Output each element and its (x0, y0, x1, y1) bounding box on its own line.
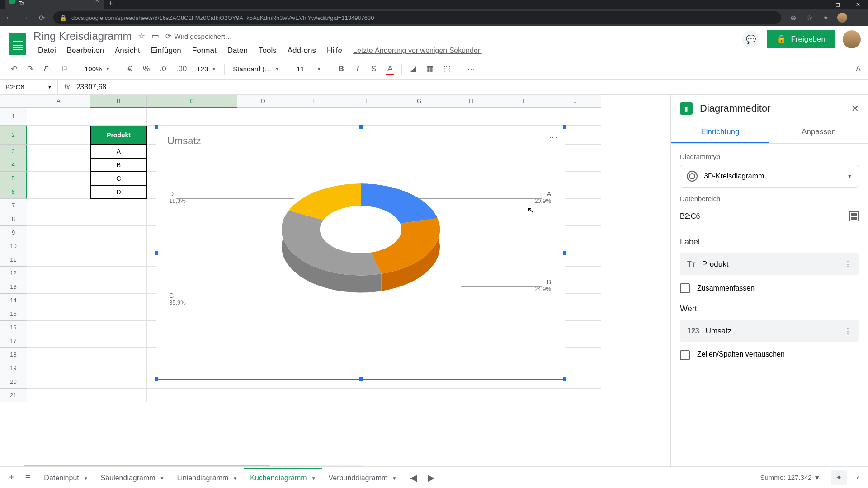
embedded-chart[interactable]: ⋮ Umsatz A20,9% B24,9% C35,9% D18,3% (156, 127, 565, 380)
all-sheets-button[interactable]: ≡ (22, 469, 34, 486)
cell[interactable] (289, 389, 341, 402)
cell[interactable] (445, 389, 497, 402)
cell[interactable] (90, 239, 147, 253)
cell[interactable] (27, 294, 90, 307)
cell[interactable] (27, 239, 90, 253)
cell[interactable] (27, 226, 90, 239)
cell[interactable] (27, 172, 90, 185)
close-tab-icon[interactable]: ✕ (95, 0, 99, 4)
row-header[interactable]: 20 (0, 375, 27, 389)
cell[interactable] (27, 185, 90, 199)
data-range-input[interactable] (680, 212, 849, 221)
cell[interactable] (27, 375, 90, 389)
bookmark-icon[interactable]: ☆ (805, 14, 814, 22)
resize-handle[interactable] (359, 377, 363, 381)
browser-menu-icon[interactable]: ⋮ (854, 14, 863, 22)
profile-icon[interactable] (837, 13, 847, 23)
menu-format[interactable]: Format (188, 45, 221, 56)
resize-handle[interactable] (155, 125, 158, 129)
row-header[interactable]: 4 (0, 158, 27, 172)
account-avatar[interactable] (843, 30, 861, 48)
resize-handle[interactable] (563, 125, 566, 129)
add-sheet-button[interactable]: + (5, 469, 18, 486)
cell[interactable] (289, 108, 341, 126)
extensions-icon[interactable]: ✦ (821, 14, 830, 22)
cell[interactable]: A (90, 145, 147, 158)
side-panel-toggle[interactable]: ‹ (853, 470, 863, 485)
cell[interactable] (341, 108, 393, 126)
row-header[interactable]: 16 (0, 321, 27, 334)
column-header[interactable]: F (341, 95, 393, 108)
more-icon[interactable]: ⋮ (844, 326, 852, 336)
cell[interactable] (90, 321, 147, 334)
minimize-window[interactable]: — (807, 0, 827, 9)
menu-addons[interactable]: Add-ons (283, 45, 321, 56)
cell[interactable]: Produkt (90, 126, 147, 145)
cell[interactable] (27, 334, 90, 348)
cell[interactable] (27, 280, 90, 294)
print-button[interactable]: 🖶 (40, 62, 55, 76)
cell[interactable] (497, 389, 549, 402)
cell[interactable] (27, 321, 90, 334)
column-header[interactable]: J (549, 95, 601, 108)
column-header[interactable]: I (497, 95, 549, 108)
number-format-select[interactable]: 123▼ (193, 63, 220, 75)
checkbox[interactable] (680, 283, 690, 293)
row-header[interactable]: 12 (0, 267, 27, 280)
fill-color-button[interactable]: ◢ (406, 61, 420, 76)
increase-decimal-button[interactable]: .00 (173, 62, 191, 76)
forward-icon[interactable]: → (21, 14, 30, 22)
zoom-select[interactable]: 100%▼ (81, 63, 113, 75)
row-header[interactable]: 1 (0, 108, 27, 126)
cell[interactable] (27, 145, 90, 158)
spreadsheet-grid[interactable]: ABCDEFGHIJ 12345678910111213141516171819… (0, 95, 670, 466)
borders-button[interactable]: ▦ (423, 61, 437, 76)
row-header[interactable]: 7 (0, 199, 27, 212)
cell[interactable] (237, 108, 289, 126)
aggregate-checkbox-row[interactable]: Zusammenfassen (680, 283, 859, 293)
sheet-tab[interactable]: Kuchendiagramm▼ (244, 468, 322, 487)
row-header[interactable]: 8 (0, 212, 27, 226)
cell[interactable] (445, 108, 497, 126)
column-header[interactable]: A (27, 95, 90, 108)
select-all-corner[interactable] (0, 95, 27, 108)
cell[interactable] (27, 158, 90, 172)
cell[interactable] (549, 108, 601, 126)
tab-customize[interactable]: Anpassen (769, 122, 868, 143)
cell[interactable]: C (90, 172, 147, 185)
cell[interactable] (27, 126, 90, 145)
star-icon[interactable]: ☆ (138, 31, 145, 41)
menu-edit[interactable]: Bearbeiten (62, 45, 108, 56)
cell[interactable] (497, 108, 549, 126)
cell[interactable] (27, 389, 90, 402)
cell[interactable] (90, 361, 147, 375)
redo-button[interactable]: ↷ (24, 61, 37, 76)
cell[interactable] (90, 108, 147, 126)
back-icon[interactable]: ← (5, 14, 14, 22)
value-chip[interactable]: 123 Umsatz ⋮ (680, 320, 859, 342)
menu-insert[interactable]: Einfügen (146, 45, 186, 56)
row-header[interactable]: 9 (0, 226, 27, 239)
undo-button[interactable]: ↶ (7, 61, 21, 76)
horizontal-scrollbar[interactable] (23, 465, 363, 466)
sheets-logo-icon[interactable] (7, 30, 28, 58)
cell[interactable] (27, 212, 90, 226)
cell[interactable] (147, 108, 237, 126)
row-header[interactable]: 5 (0, 172, 27, 185)
sheet-tab[interactable]: Verbunddiagramm▼ (322, 468, 403, 487)
row-header[interactable]: 13 (0, 280, 27, 294)
font-size-select[interactable]: 11▼ (293, 63, 325, 75)
cell[interactable] (90, 294, 147, 307)
quicksum-display[interactable]: Summe: 127.342 ▼ (755, 471, 825, 484)
cell[interactable] (341, 389, 393, 402)
sheet-tab[interactable]: Liniendiagramm▼ (171, 468, 244, 487)
cell[interactable] (147, 389, 237, 402)
row-header[interactable]: 18 (0, 348, 27, 361)
row-header[interactable]: 3 (0, 145, 27, 158)
resize-handle[interactable] (359, 125, 363, 129)
menu-tools[interactable]: Tools (254, 45, 281, 56)
cell[interactable] (393, 108, 445, 126)
row-header[interactable]: 11 (0, 253, 27, 267)
font-select[interactable]: Standard (…▼ (229, 63, 283, 75)
browser-tab[interactable]: Ring Kreisdiagramm - Google Ta ✕ (5, 0, 104, 9)
